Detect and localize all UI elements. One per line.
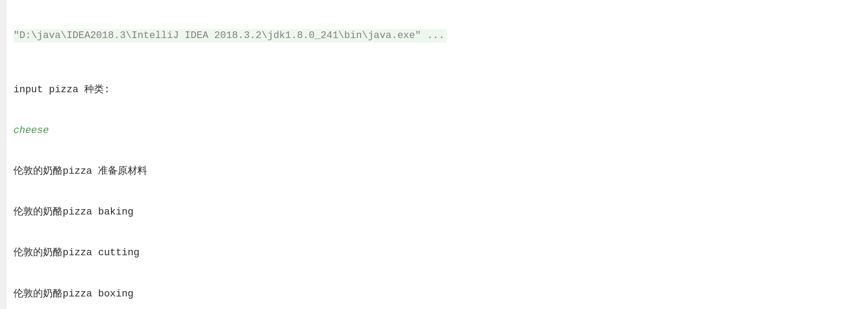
command-text: "D:\java\IDEA2018.3\IntelliJ IDEA 2018.3… [13, 29, 447, 43]
command-line: "D:\java\IDEA2018.3\IntelliJ IDEA 2018.3… [13, 29, 868, 43]
output-line: input pizza 种类: [13, 83, 868, 97]
output-line: 伦敦的奶酪pizza baking [13, 206, 868, 219]
input-line: cheese [13, 124, 868, 137]
output-line: 伦敦的奶酪pizza cutting [13, 246, 868, 260]
output-line: 伦敦的奶酪pizza boxing [13, 288, 868, 301]
console-gutter [0, 0, 6, 309]
output-line: 伦敦的奶酪pizza 准备原材料 [13, 165, 868, 178]
console-output-panel[interactable]: "D:\java\IDEA2018.3\IntelliJ IDEA 2018.3… [6, 0, 868, 309]
